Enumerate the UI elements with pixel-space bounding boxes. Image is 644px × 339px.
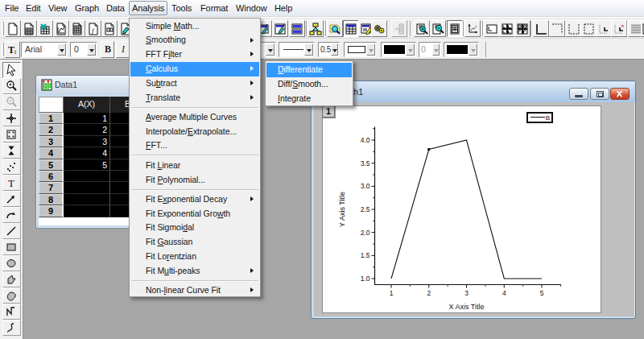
cell-a6[interactable] [64, 171, 110, 182]
layer-button[interactable]: 1 [322, 105, 335, 118]
menu-item-fit-sigmoidal[interactable]: Fit Sigmoidal [130, 221, 259, 235]
minimize-button[interactable] [569, 88, 588, 100]
row-header-2[interactable]: 2 [39, 124, 64, 135]
menubar-item-view[interactable]: View [48, 0, 67, 16]
duplicate-window-button[interactable] [289, 20, 305, 37]
pattern-color-combo-dropdown-button[interactable] [469, 43, 477, 56]
row-header-9[interactable]: 9 [39, 205, 64, 217]
rectangle-tool-button[interactable] [2, 239, 21, 255]
circle-tool-button[interactable] [2, 255, 21, 271]
menu-item-translate[interactable]: Translate [130, 91, 259, 105]
symbol-combo-dropdown-button[interactable] [266, 43, 275, 56]
axes-top-right-button[interactable] [549, 20, 565, 37]
font-tool-button[interactable]: Tt [5, 41, 20, 58]
new-graph-button[interactable] [53, 20, 69, 37]
menu-item-smoothing[interactable]: Smoothing [130, 33, 259, 48]
zoom-in-page-button[interactable] [414, 20, 430, 37]
column-header-a[interactable]: A(X) [64, 97, 110, 113]
cell-a4[interactable]: 4 [64, 147, 110, 159]
row-header-4[interactable]: 4 [39, 147, 64, 159]
cell-a2[interactable]: 2 [64, 124, 110, 135]
cell-a7[interactable] [64, 182, 110, 193]
fill-pattern-combo-dropdown-button[interactable] [366, 43, 375, 56]
bold-button[interactable]: B [101, 41, 114, 58]
new-layout-button[interactable] [101, 20, 118, 37]
legend[interactable]: B [526, 112, 553, 123]
worksheet-view-button[interactable] [343, 20, 359, 37]
menubar-item-graph[interactable]: Graph [75, 0, 99, 16]
menu-item-calculus[interactable]: Calculus [130, 62, 259, 76]
menu-item-fit-exponential-growth[interactable]: Fit Exponential Growth [130, 207, 259, 221]
arrow-tool-button[interactable] [2, 191, 21, 207]
graph-titlebar[interactable]: Graph1 [312, 81, 635, 102]
corner-cell[interactable] [39, 97, 64, 113]
font-name-combo-dropdown-button[interactable] [57, 43, 66, 56]
zoom-out-button[interactable] [2, 94, 21, 110]
text-tool-button[interactable]: T [2, 175, 21, 191]
font-size-combo-dropdown-button[interactable] [87, 43, 96, 56]
cell-a3[interactable]: 3 [64, 136, 110, 147]
fill-pattern-combo[interactable] [344, 42, 377, 57]
cell-a9[interactable] [64, 205, 110, 217]
cell-a1[interactable]: 1 [64, 113, 110, 124]
layer-single-button[interactable] [484, 20, 500, 37]
new-matrix-button[interactable] [69, 20, 85, 37]
row-header-8[interactable]: 8 [39, 194, 64, 205]
menu-item-fit-multi-peaks[interactable]: Fit Multi-peaks [130, 264, 259, 279]
menu-item-non-linear-curve-fit[interactable]: Non-linear Curve Fit [130, 283, 259, 298]
line-tool-button[interactable] [2, 223, 21, 239]
menubar-item-tools[interactable]: Tools [171, 0, 192, 16]
zoom-out-page-button[interactable] [430, 20, 446, 37]
view-windows-button[interactable] [327, 20, 343, 37]
layer-quad-v-button[interactable] [514, 20, 530, 37]
fill-color-combo-dropdown-button[interactable] [406, 43, 415, 56]
menu-item-subtract[interactable]: Subtract [130, 76, 259, 91]
italic-button[interactable]: I [116, 41, 130, 58]
pointer-button[interactable] [2, 62, 21, 78]
axis-scale-out-button[interactable] [611, 20, 627, 37]
row-header-7[interactable]: 7 [39, 182, 64, 193]
pattern-width-combo-dropdown-button[interactable] [432, 43, 440, 56]
region-tool-button[interactable] [2, 287, 21, 304]
row-header-6[interactable]: 6 [39, 171, 64, 182]
line-style-combo-dropdown-button[interactable] [304, 43, 313, 56]
pattern-width-combo[interactable]: 0 [419, 42, 441, 57]
new-excel-button[interactable] [37, 20, 53, 37]
restore-button[interactable] [590, 88, 609, 100]
axes-bottom-button[interactable] [565, 20, 581, 37]
menubar-item-edit[interactable]: Edit [26, 0, 41, 16]
full-page-button[interactable] [447, 20, 463, 37]
freehand-tool-button[interactable] [2, 320, 21, 336]
pattern-color-combo[interactable] [444, 42, 479, 57]
axes-frame-button[interactable] [580, 20, 597, 37]
menu-item-diff-smooth[interactable]: Diff/Smooth... [266, 77, 352, 92]
menu-item-differentiate[interactable]: Differentiate [266, 63, 352, 77]
font-name-combo[interactable]: Arial [21, 42, 68, 57]
line-width-combo[interactable]: 0.5 [318, 42, 340, 57]
menubar-item-file[interactable]: File [5, 0, 19, 16]
polyline-tool-button[interactable] [2, 304, 21, 320]
axes-left-bottom-button[interactable] [533, 20, 549, 37]
menubar-item-format[interactable]: Format [200, 0, 228, 16]
menu-item-fft-filter[interactable]: FFT Filter [130, 48, 259, 62]
menu-item-fit-gaussian[interactable]: Fit Gaussian [130, 235, 259, 250]
menu-item-fit-polynomial[interactable]: Fit Polynomial... [130, 173, 259, 188]
polygon-tool-button[interactable] [2, 271, 21, 287]
close-button[interactable] [610, 88, 630, 100]
menu-item-fit-linear[interactable]: Fit Linear [130, 159, 259, 173]
new-worksheet-button[interactable] [21, 20, 37, 37]
row-header-5[interactable]: 5 [39, 159, 64, 171]
rescale-axes-button[interactable] [464, 20, 481, 37]
menu-item-integrate[interactable]: Integrate [266, 92, 352, 106]
font-size-combo[interactable]: 0 [70, 42, 97, 57]
menu-item-fit-lorentzian[interactable]: Fit Lorentzian [130, 250, 259, 264]
draw-data-button[interactable] [2, 159, 21, 175]
line-style-combo[interactable] [279, 42, 315, 57]
menu-item-simple-math[interactable]: Simple Math... [130, 19, 259, 34]
curved-arrow-tool-button[interactable] [2, 207, 21, 223]
row-header-3[interactable]: 3 [39, 136, 64, 147]
new-function-button[interactable]: f [85, 20, 101, 37]
axis-scale-in-button[interactable] [596, 20, 612, 37]
menu-item-average-multiple-curves[interactable]: Average Multiple Curves [130, 110, 259, 125]
fill-color-combo[interactable] [381, 42, 416, 57]
